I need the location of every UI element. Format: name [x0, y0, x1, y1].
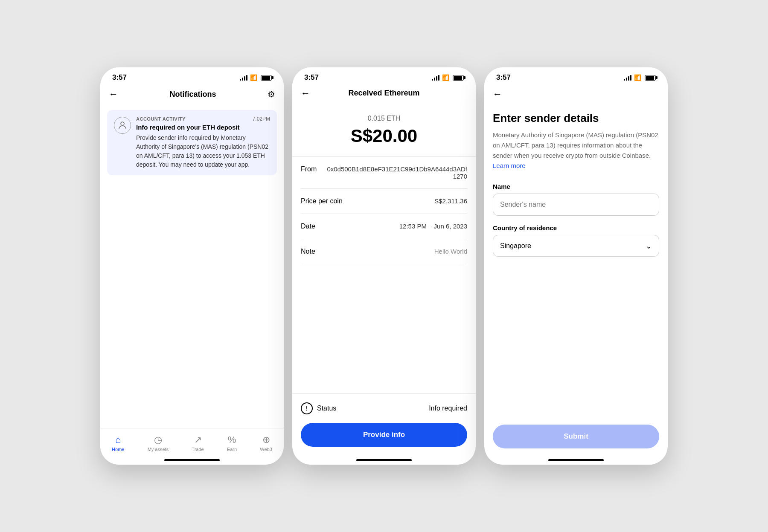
signal-bar-22	[434, 78, 435, 81]
country-label: Country of residence	[493, 224, 659, 231]
battery-icon-1	[261, 75, 272, 81]
status-time-1: 3:57	[112, 73, 127, 82]
name-field-group: Name	[493, 183, 659, 224]
tx-details: From 0x0d500B1d8E8eF31E21C99d1Db9A6444d3…	[292, 157, 476, 264]
back-button-2[interactable]: ←	[301, 88, 310, 99]
nav-label-earn: Earn	[227, 447, 237, 452]
home-bar-2	[356, 459, 412, 461]
note-value: Hello World	[434, 248, 467, 255]
back-button-3[interactable]: ←	[493, 89, 502, 99]
notification-card[interactable]: ACCOUNT ACTIVITY 7:02PM Info required on…	[107, 110, 277, 175]
nav-item-earn[interactable]: % Earn	[222, 433, 242, 454]
person-icon	[117, 120, 128, 130]
notification-meta: ACCOUNT ACTIVITY 7:02PM	[136, 116, 270, 122]
tx-row-note: Note Hello World	[301, 239, 467, 264]
nav-label-web3: Web3	[260, 447, 272, 452]
battery-fill-1	[262, 76, 270, 80]
submit-button[interactable]: Submit	[493, 425, 659, 448]
eth-amount-section: 0.015 ETH S$20.00	[292, 104, 476, 157]
bottom-nav: ⌂ Home ◷ My assets ↗ Trade % Earn ⊕ Web3	[100, 428, 284, 455]
eth-amount-small: 0.015 ETH	[301, 115, 467, 122]
screen3-header: ←	[484, 85, 668, 107]
home-indicator-3	[484, 455, 668, 465]
date-value: 12:53 PM – Jun 6, 2023	[399, 223, 467, 230]
notification-category: ACCOUNT ACTIVITY	[136, 116, 186, 121]
screen3-sender-details: 3:57 📶 ← Enter sender details	[484, 67, 668, 465]
wifi-icon-3: 📶	[634, 74, 641, 81]
notification-avatar	[114, 117, 131, 134]
status-bar-1: 3:57 📶	[100, 67, 284, 85]
settings-icon-1[interactable]: ⚙	[268, 89, 275, 99]
svg-point-0	[121, 122, 124, 125]
sender-description-text: Monetary Authority of Singapore (MAS) re…	[493, 131, 658, 159]
notifications-title: Notifications	[169, 90, 216, 99]
home-indicator-1	[100, 455, 284, 465]
notification-body: Provide sender info required by Monetary…	[136, 133, 270, 169]
received-eth-header: ← Received Ethereum	[292, 85, 476, 104]
spacer-2	[292, 264, 476, 393]
nav-item-web3[interactable]: ⊕ Web3	[255, 433, 277, 454]
status-bar-2: 3:57 📶	[292, 67, 476, 85]
name-label: Name	[493, 183, 659, 190]
date-label: Date	[301, 223, 315, 230]
tx-row-from: From 0x0d500B1d8E8eF31E21C99d1Db9A6444d3…	[301, 157, 467, 189]
sender-description: Monetary Authority of Singapore (MAS) re…	[493, 130, 659, 171]
battery-icon-3	[645, 75, 656, 81]
signal-bars-3	[624, 75, 631, 81]
country-field-group: Country of residence Singapore ⌄	[493, 224, 659, 265]
signal-bar-34	[630, 75, 631, 81]
notification-title: Info required on your ETH deposit	[136, 124, 270, 131]
enter-sender-title: Enter sender details	[493, 112, 659, 125]
spacer-3	[493, 265, 659, 425]
status-bar-3: 3:57 📶	[484, 67, 668, 85]
nav-label-home: Home	[112, 447, 124, 452]
signal-bar-24	[438, 75, 439, 81]
home-indicator-2	[292, 455, 476, 465]
received-eth-title: Received Ethereum	[348, 89, 419, 98]
signal-bar-23	[436, 76, 437, 81]
screen3-body: Enter sender details Monetary Authority …	[484, 107, 668, 455]
nav-item-assets[interactable]: ◷ My assets	[143, 433, 174, 454]
signal-bar-32	[626, 78, 627, 81]
wifi-icon-1: 📶	[250, 74, 257, 81]
signal-bar-4	[246, 75, 247, 81]
note-label: Note	[301, 248, 315, 255]
status-left: ! Status	[301, 402, 336, 414]
from-label: From	[301, 165, 317, 173]
wifi-icon-2: 📶	[442, 74, 449, 81]
status-exclamation-icon: !	[301, 402, 313, 414]
signal-bars-1	[240, 75, 247, 81]
nav-label-trade: Trade	[192, 447, 204, 452]
signal-bar-2	[242, 78, 243, 81]
web3-icon: ⊕	[262, 434, 270, 445]
spacer-1	[100, 179, 284, 428]
nav-item-trade[interactable]: ↗ Trade	[186, 433, 209, 454]
price-label: Price per coin	[301, 197, 343, 205]
notification-time: 7:02PM	[253, 116, 270, 122]
home-bar-3	[548, 459, 604, 461]
status-icons-3: 📶	[624, 74, 656, 81]
status-row: ! Status Info required	[292, 393, 476, 423]
signal-bar-1	[240, 79, 241, 81]
status-label: Status	[317, 405, 336, 412]
signal-bar-31	[624, 79, 625, 81]
battery-fill-2	[454, 76, 462, 80]
status-time-3: 3:57	[496, 73, 511, 82]
notification-content: ACCOUNT ACTIVITY 7:02PM Info required on…	[136, 116, 270, 169]
country-select[interactable]: Singapore	[493, 235, 659, 256]
status-icons-2: 📶	[432, 74, 464, 81]
nav-item-home[interactable]: ⌂ Home	[107, 433, 129, 454]
notifications-header: ← Notifications ⚙	[100, 85, 284, 107]
info-required-text: Info required	[429, 405, 467, 412]
signal-bars-2	[432, 75, 439, 81]
screen1-notifications: 3:57 📶 ← Notifications ⚙	[100, 67, 284, 465]
back-button-1[interactable]: ←	[109, 89, 118, 100]
price-value: S$2,311.36	[434, 197, 467, 205]
battery-fill-3	[646, 76, 654, 80]
learn-more-link[interactable]: Learn more	[493, 162, 526, 169]
nav-label-assets: My assets	[148, 447, 169, 452]
name-input[interactable]	[493, 194, 659, 216]
provide-info-button[interactable]: Provide info	[301, 423, 467, 447]
status-icons-1: 📶	[240, 74, 272, 81]
battery-icon-2	[453, 75, 464, 81]
